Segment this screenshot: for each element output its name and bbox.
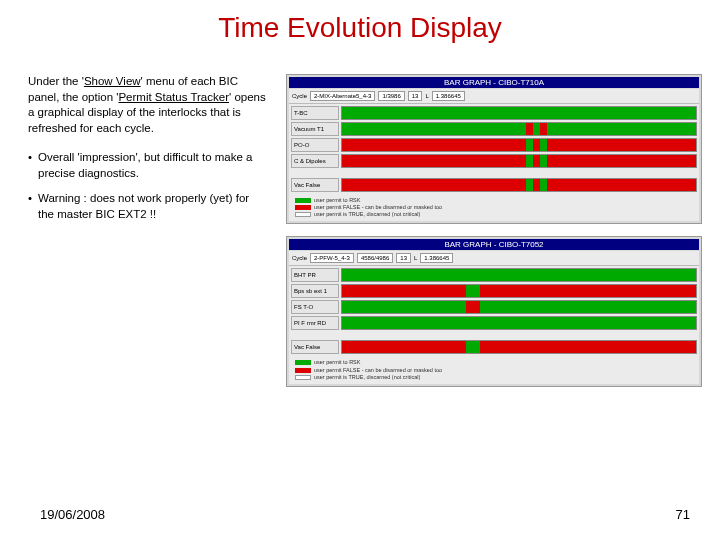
track-row bbox=[341, 300, 697, 314]
row-label: PI F rmr RD bbox=[291, 316, 339, 330]
bar-graph-panel-2: BAR GRAPH - CIBO-T7052 Cycle 2-PFW-5_4-3… bbox=[286, 236, 702, 386]
num-field[interactable]: 13 bbox=[396, 253, 411, 263]
cycle-field[interactable]: 2-MIX-Alternate5_4-3 bbox=[310, 91, 375, 101]
row-label: Bps sb ext 1 bbox=[291, 284, 339, 298]
track-row bbox=[341, 154, 697, 168]
row-label: T-BC bbox=[291, 106, 339, 120]
swatch-green-icon bbox=[295, 360, 311, 365]
row-label: BHT PR bbox=[291, 268, 339, 282]
footer-date: 19/06/2008 bbox=[40, 507, 105, 522]
row-label: Vac False bbox=[291, 340, 339, 354]
panel-title: BAR GRAPH - CIBO-T7052 bbox=[289, 239, 699, 250]
bullet-item: Overall 'impression', but difficult to m… bbox=[28, 150, 268, 181]
num-field[interactable]: 13 bbox=[408, 91, 423, 101]
panel-body: T-BC Vacuum T1 PO-O C & Dipoles Vac Fals… bbox=[289, 104, 699, 194]
track-row bbox=[341, 122, 697, 136]
bar-graph-panel-1: BAR GRAPH - CIBO-T710A Cycle 2-MIX-Alter… bbox=[286, 74, 702, 224]
row-label: Vacuum T1 bbox=[291, 122, 339, 136]
swatch-red-icon bbox=[295, 205, 311, 210]
row-label: C & Dipoles bbox=[291, 154, 339, 168]
value-field[interactable]: 1.386645 bbox=[432, 91, 465, 101]
track-row bbox=[341, 268, 697, 282]
swatch-red-icon bbox=[295, 368, 311, 373]
slide-title: Time Evolution Display bbox=[0, 0, 720, 44]
slide-footer: 19/06/2008 71 bbox=[40, 507, 690, 522]
cycle-field[interactable]: 2-PFW-5_4-3 bbox=[310, 253, 354, 263]
panel-title: BAR GRAPH - CIBO-T710A bbox=[289, 77, 699, 88]
show-view-link: Show View bbox=[84, 75, 141, 87]
footer-page: 71 bbox=[676, 507, 690, 522]
track-row bbox=[341, 316, 697, 330]
panel-toolbar: Cycle 2-PFW-5_4-3 4586/4986 13 L 1.38664… bbox=[289, 251, 699, 266]
text-column: Under the 'Show View' menu of each BIC p… bbox=[28, 74, 268, 387]
panel-legend: user permit to RSK user permit FALSE - c… bbox=[289, 194, 699, 221]
count-field[interactable]: 1/3986 bbox=[378, 91, 404, 101]
row-label: Vac False bbox=[291, 178, 339, 192]
track-row bbox=[341, 340, 697, 354]
track-row bbox=[341, 138, 697, 152]
panel-body: BHT PR Bps sb ext 1 FS T-O PI F rmr RD V… bbox=[289, 266, 699, 356]
swatch-white-icon bbox=[295, 212, 311, 217]
panel-toolbar: Cycle 2-MIX-Alternate5_4-3 1/3986 13 L 1… bbox=[289, 89, 699, 104]
swatch-white-icon bbox=[295, 375, 311, 380]
track-row bbox=[341, 178, 697, 192]
swatch-green-icon bbox=[295, 198, 311, 203]
value-field[interactable]: 1.386645 bbox=[420, 253, 453, 263]
bullet-item: Warning : does not work properly (yet) f… bbox=[28, 191, 268, 222]
count-field[interactable]: 4586/4986 bbox=[357, 253, 393, 263]
row-label: FS T-O bbox=[291, 300, 339, 314]
panel-legend: user permit to RSK user permit FALSE - c… bbox=[289, 356, 699, 383]
permit-status-tracker-link: Permit Status Tracker bbox=[118, 91, 229, 103]
content-row: Under the 'Show View' menu of each BIC p… bbox=[0, 44, 720, 387]
track-row bbox=[341, 284, 697, 298]
track-row bbox=[341, 106, 697, 120]
intro-para: Under the 'Show View' menu of each BIC p… bbox=[28, 74, 268, 136]
figure-column: BAR GRAPH - CIBO-T710A Cycle 2-MIX-Alter… bbox=[286, 74, 702, 387]
row-label: PO-O bbox=[291, 138, 339, 152]
